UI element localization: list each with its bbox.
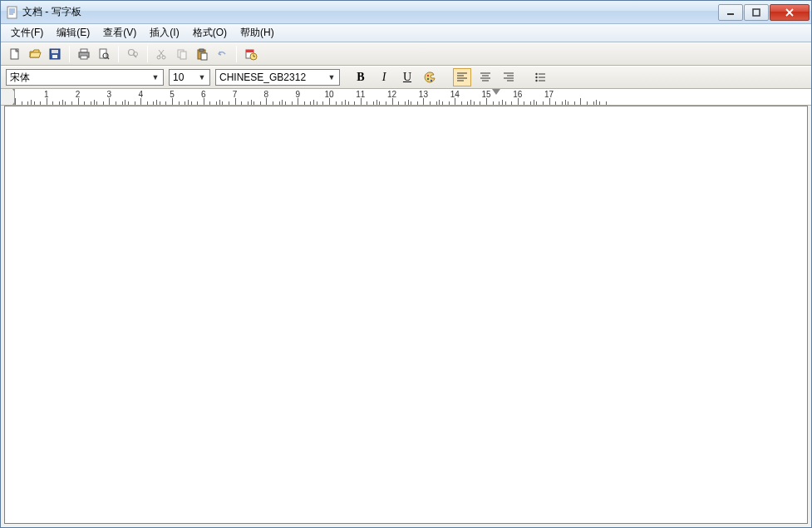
svg-point-36 [427, 75, 429, 76]
bullets-icon [534, 72, 546, 83]
print-icon [77, 47, 91, 61]
print-button[interactable] [75, 45, 93, 63]
menu-insert[interactable]: 插入(I) [143, 24, 185, 42]
font-size-combo[interactable]: 10 ▼ [169, 69, 210, 86]
menu-view[interactable]: 查看(V) [96, 24, 143, 42]
print-preview-button[interactable] [95, 45, 113, 63]
toolbar-separator [147, 46, 148, 62]
right-indent-marker[interactable] [492, 89, 500, 95]
color-palette-icon [424, 71, 437, 84]
maximize-button[interactable] [744, 4, 769, 21]
font-family-combo[interactable]: 宋体 ▼ [6, 69, 164, 86]
new-file-icon [8, 47, 22, 61]
ruler-number: 6 [201, 90, 206, 99]
svg-rect-12 [52, 55, 57, 58]
svg-rect-27 [180, 52, 186, 59]
charset-combo[interactable]: CHINESE_GB2312 ▼ [215, 69, 340, 86]
toolbar-separator [236, 46, 237, 62]
app-icon [6, 6, 19, 19]
app-window: 文档 - 写字板 文件(F) 编辑(E) 查看(V) 插入(I) 格式(O) 帮… [0, 0, 812, 528]
svg-line-18 [107, 57, 109, 59]
menu-help[interactable]: 帮助(H) [234, 24, 281, 42]
ruler-scale: 1234567891011121314151617 [14, 89, 811, 105]
ruler-number: 10 [324, 90, 333, 99]
document-editor[interactable] [4, 106, 808, 524]
menubar: 文件(F) 编辑(E) 查看(V) 插入(I) 格式(O) 帮助(H) [1, 24, 811, 42]
chevron-down-icon: ▼ [196, 73, 208, 81]
minimize-button[interactable] [718, 4, 743, 21]
toolbar-separator [118, 46, 119, 62]
chevron-down-icon: ▼ [326, 73, 337, 81]
svg-point-55 [535, 80, 537, 81]
svg-rect-6 [753, 9, 760, 16]
ruler-number: 7 [233, 90, 238, 99]
align-right-button[interactable] [500, 68, 518, 86]
align-right-icon [503, 72, 514, 83]
svg-point-37 [427, 78, 429, 80]
menu-edit[interactable]: 编辑(E) [50, 24, 96, 42]
charset-value: CHINESE_GB2312 [219, 72, 326, 83]
ruler-number: 16 [513, 90, 522, 99]
editor-container [1, 106, 811, 527]
datetime-icon [244, 47, 258, 61]
find-button[interactable] [124, 45, 142, 63]
ruler-number: 5 [170, 90, 175, 99]
ruler[interactable]: 1234567891011121314151617 [1, 89, 811, 106]
chevron-down-icon: ▼ [150, 73, 161, 81]
ruler-number: 3 [107, 90, 112, 99]
align-center-icon [480, 72, 491, 83]
find-icon [126, 47, 140, 61]
italic-button[interactable]: I [375, 68, 393, 86]
font-family-value: 宋体 [10, 71, 150, 85]
color-button[interactable] [421, 68, 440, 86]
menu-format[interactable]: 格式(O) [186, 24, 234, 42]
svg-point-38 [431, 80, 432, 81]
format-toolbar: 宋体 ▼ 10 ▼ CHINESE_GB2312 ▼ B I U [1, 66, 811, 89]
ruler-number: 14 [450, 90, 460, 99]
window-title: 文档 - 写字板 [22, 5, 717, 19]
align-left-icon [456, 72, 468, 83]
ruler-number: 9 [295, 90, 300, 99]
svg-rect-32 [246, 50, 253, 52]
open-folder-icon [28, 47, 42, 61]
svg-point-53 [535, 76, 537, 78]
window-controls [717, 4, 810, 21]
cut-icon [155, 47, 169, 61]
ruler-number: 8 [264, 90, 269, 99]
open-button[interactable] [26, 45, 44, 63]
copy-icon [175, 47, 189, 61]
toolbar-separator [69, 46, 70, 62]
copy-button[interactable] [173, 45, 191, 63]
new-button[interactable] [6, 45, 24, 63]
ruler-number: 2 [76, 90, 81, 99]
svg-rect-5 [727, 13, 734, 15]
close-button[interactable] [770, 4, 810, 21]
save-icon [48, 47, 62, 61]
ruler-number: 15 [481, 90, 490, 99]
align-left-button[interactable] [453, 68, 471, 86]
ruler-number: 12 [387, 90, 396, 99]
svg-rect-13 [81, 49, 87, 52]
save-button[interactable] [46, 45, 64, 63]
paste-icon [195, 47, 209, 61]
titlebar: 文档 - 写字板 [1, 1, 811, 24]
underline-button[interactable]: U [398, 68, 416, 86]
maximize-icon [752, 8, 760, 17]
menu-file[interactable]: 文件(F) [4, 24, 50, 42]
ruler-number: 17 [544, 90, 554, 99]
standard-toolbar [1, 42, 811, 66]
paste-button[interactable] [193, 45, 211, 63]
bold-button[interactable]: B [352, 68, 370, 86]
svg-rect-29 [199, 49, 204, 52]
ruler-number: 4 [138, 90, 143, 99]
ruler-number: 13 [419, 90, 428, 99]
undo-button[interactable] [213, 45, 231, 63]
close-icon [785, 8, 795, 17]
datetime-button[interactable] [242, 45, 260, 63]
cut-button[interactable] [153, 45, 171, 63]
align-center-button[interactable] [476, 68, 495, 86]
bullets-button[interactable] [531, 68, 549, 86]
undo-icon [215, 47, 229, 61]
svg-rect-15 [81, 56, 87, 59]
print-preview-icon [97, 47, 111, 61]
